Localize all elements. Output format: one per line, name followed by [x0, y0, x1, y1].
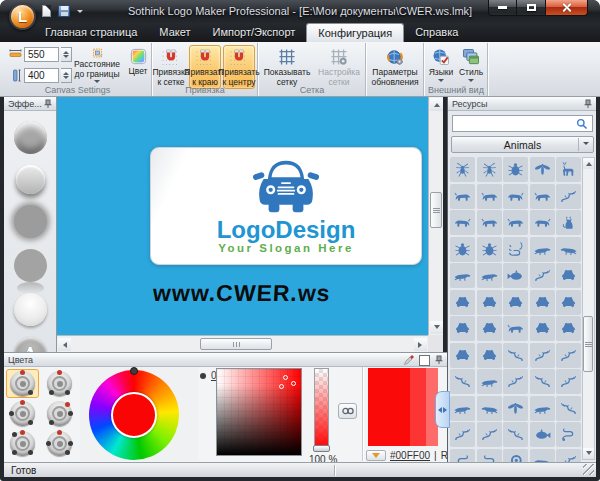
- effect-gloss-button[interactable]: [14, 293, 47, 326]
- app-menu-button[interactable]: L: [9, 3, 36, 30]
- resource-tile-frog-3[interactable]: [530, 290, 555, 315]
- canvas-url-text[interactable]: www.CWER.ws: [152, 280, 331, 307]
- resource-tile-mite[interactable]: [477, 157, 502, 182]
- resource-tile-mosquito[interactable]: [530, 157, 555, 182]
- resource-tile-newt[interactable]: [530, 263, 555, 288]
- panel-expander-button[interactable]: [435, 391, 450, 428]
- resource-tile-toad[interactable]: [477, 290, 502, 315]
- resource-tile-gecko[interactable]: [503, 343, 528, 368]
- snap-to-grid-button[interactable]: Привязка к сетке: [155, 45, 187, 89]
- resource-tile-climbing-frog[interactable]: [530, 316, 555, 341]
- update-options-button[interactable]: Параметры обновления: [369, 45, 421, 89]
- resource-tile-alligator-3[interactable]: [530, 449, 555, 463]
- resource-tile-lizard-3[interactable]: [556, 396, 581, 421]
- scheme-triad-button[interactable]: [6, 399, 39, 428]
- resource-tile-snake[interactable]: [477, 449, 502, 463]
- resource-tile-elk[interactable]: [556, 157, 581, 182]
- resource-tile-gecko-2[interactable]: [477, 422, 502, 447]
- languages-button[interactable]: Языки: [427, 45, 455, 89]
- resource-tile-frog[interactable]: [556, 263, 581, 288]
- resource-tile-crocodile-head[interactable]: [530, 396, 555, 421]
- resource-tile-toad-2[interactable]: [556, 290, 581, 315]
- resources-scroll-thumb[interactable]: [583, 316, 593, 372]
- eyedropper-icon[interactable]: [403, 354, 415, 366]
- resource-tile-tree-frog[interactable]: [503, 290, 528, 315]
- tab-configuration[interactable]: Конфигурация: [306, 23, 404, 42]
- vertical-scroll-thumb[interactable]: [430, 192, 442, 228]
- show-grid-button[interactable]: Показывать сетку: [262, 45, 312, 89]
- resource-tile-lion[interactable]: [450, 184, 475, 209]
- resource-tile-salamander-2[interactable]: [556, 369, 581, 394]
- color-wheel[interactable]: [89, 370, 179, 460]
- swatch-dropdown-button[interactable]: [366, 450, 386, 461]
- canvas-height-input[interactable]: [24, 68, 59, 83]
- logo-title-text[interactable]: LogoDesign: [151, 218, 421, 242]
- save-icon[interactable]: [58, 5, 70, 17]
- minimize-button[interactable]: [488, 0, 517, 16]
- new-document-icon[interactable]: [42, 5, 51, 17]
- resource-tile-lizard-2[interactable]: [530, 369, 555, 394]
- result-color-swatch[interactable]: [368, 368, 438, 446]
- tab-layout[interactable]: Макет: [148, 23, 201, 42]
- resource-tile-frog-6[interactable]: [450, 343, 475, 368]
- resource-tile-iguana[interactable]: [556, 343, 581, 368]
- resource-tile-bat[interactable]: [503, 396, 528, 421]
- tab-import-export[interactable]: Импорт/Экспорт: [201, 23, 306, 42]
- margin-button[interactable]: Расстояние до границы: [70, 45, 124, 87]
- grid-settings-button[interactable]: Настройка сетки: [315, 45, 363, 89]
- resource-tile-lizard-4[interactable]: [450, 422, 475, 447]
- resource-tile-beetle[interactable]: [477, 237, 502, 262]
- search-icon[interactable]: [576, 118, 588, 130]
- pin-icon[interactable]: [434, 355, 444, 365]
- snap-to-edge-button[interactable]: Привязать к краю: [189, 45, 221, 89]
- logo-slogan-text[interactable]: Your Slogan Here: [151, 242, 421, 255]
- resource-tile-toad-3[interactable]: [477, 316, 502, 341]
- resource-tile-crocodile-3[interactable]: [477, 396, 502, 421]
- canvas-width-input[interactable]: [24, 47, 59, 62]
- link-colors-button[interactable]: [338, 403, 357, 419]
- canvas-vertical-scrollbar[interactable]: [428, 97, 443, 335]
- qat-dropdown-icon[interactable]: [77, 10, 83, 16]
- scroll-up-button[interactable]: [583, 158, 594, 169]
- resource-tile-salamander[interactable]: [530, 343, 555, 368]
- saturation-value-picker[interactable]: [216, 368, 302, 456]
- resource-tile-ladybug[interactable]: [450, 237, 475, 262]
- resource-tile-fish[interactable]: [530, 422, 555, 447]
- resource-tile-monitor-lizard[interactable]: [556, 449, 581, 463]
- effect-reflection-button[interactable]: [14, 249, 47, 282]
- effect-shadow-button[interactable]: [16, 165, 45, 194]
- scroll-left-button[interactable]: [58, 338, 71, 351]
- scheme-mono-button[interactable]: [6, 369, 39, 398]
- hex-value-link[interactable]: #00FF00: [390, 450, 430, 461]
- scroll-down-button[interactable]: [430, 321, 443, 334]
- resource-tile-hippo[interactable]: [503, 210, 528, 235]
- resources-scrollbar[interactable]: [582, 157, 595, 460]
- style-button[interactable]: Стиль: [457, 45, 485, 89]
- category-dropdown[interactable]: Animals: [451, 136, 594, 153]
- resource-tile-worm[interactable]: [450, 449, 475, 463]
- opacity-slider[interactable]: [314, 368, 329, 450]
- resource-tile-cat[interactable]: [530, 210, 555, 235]
- titlebar[interactable]: L Sothink Logo Maker Professional - [E:\…: [0, 0, 600, 23]
- resource-search-input[interactable]: [452, 115, 593, 132]
- resource-tile-spider[interactable]: [450, 157, 475, 182]
- resource-tile-tick[interactable]: [503, 157, 528, 182]
- tab-home[interactable]: Главная страница: [34, 23, 148, 42]
- canvas-horizontal-scrollbar[interactable]: [57, 335, 428, 352]
- design-canvas[interactable]: LogoDesign Your Slogan Here www.CWER.ws: [57, 97, 428, 335]
- close-button[interactable]: [545, 0, 588, 16]
- snap-to-center-button[interactable]: Привязать к центру: [223, 45, 255, 89]
- current-color-swatch[interactable]: [419, 355, 430, 366]
- resource-tile-frog-2[interactable]: [450, 290, 475, 315]
- resource-tile-caiman[interactable]: [477, 263, 502, 288]
- pin-icon[interactable]: [43, 99, 53, 109]
- resize-grip[interactable]: [583, 464, 594, 475]
- effect-blur-button[interactable]: [14, 205, 47, 238]
- resource-tile-lizard[interactable]: [503, 369, 528, 394]
- resource-tile-bear[interactable]: [477, 184, 502, 209]
- pin-icon[interactable]: [583, 99, 593, 109]
- resource-tile-hamster[interactable]: [503, 316, 528, 341]
- resource-tile-frog-4[interactable]: [450, 316, 475, 341]
- resource-tile-scorpion[interactable]: [503, 237, 528, 262]
- resource-tile-frog-5[interactable]: [556, 316, 581, 341]
